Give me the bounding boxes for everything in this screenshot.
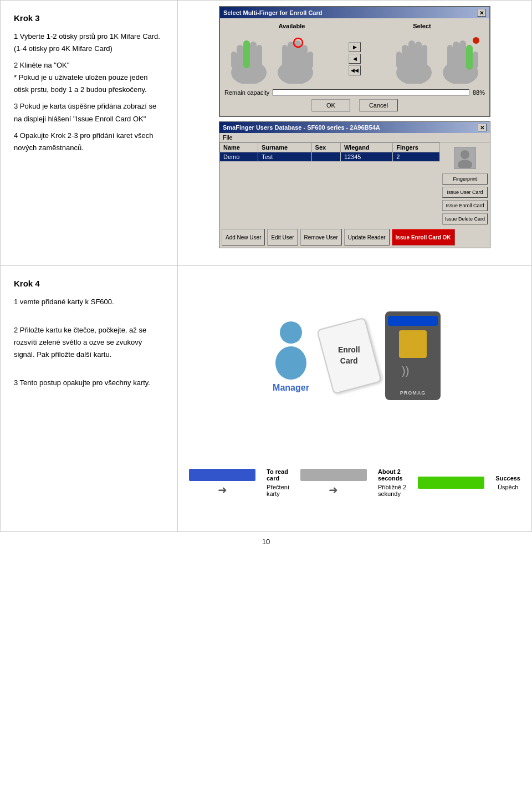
krok4-section: Krok 4 1 vemte přidané karty k SF600. 2 …	[0, 266, 532, 532]
sf600-label: PROMAG	[400, 390, 426, 396]
edit-user-button[interactable]: Edit User	[267, 229, 298, 245]
remain-bar	[273, 89, 469, 96]
issue-enroll-card-button[interactable]: Issue Enroll Card	[442, 200, 488, 211]
arrow-icon-1: ➜	[218, 483, 227, 497]
sf600-sensor	[399, 330, 427, 358]
db-sidebar: Fingerprint Issue User Card Issue Enroll…	[440, 142, 490, 227]
krok3-step2: 2 Kliněte na "OK" * Pokud je u uživatele…	[14, 59, 164, 96]
dialog-ok-button[interactable]: OK	[311, 99, 350, 111]
fingerprint-button[interactable]: Fingerprint	[442, 173, 488, 185]
enroll-card-text: Enroll Card	[338, 345, 360, 366]
svg-point-30	[280, 321, 302, 344]
status-label-en-read: To read card	[267, 468, 289, 482]
row-name: Demo	[220, 152, 258, 162]
svg-rect-22	[459, 40, 466, 68]
arrow-double-left-button[interactable]: ◀◀	[349, 65, 361, 75]
svg-rect-11	[282, 45, 288, 68]
manager-svg	[269, 319, 313, 380]
svg-point-29	[458, 160, 472, 168]
svg-rect-23	[453, 42, 459, 68]
krok4-left-panel: Krok 4 1 vemte přidané karty k SF600. 2 …	[1, 266, 178, 531]
sf600-waves: ))	[399, 362, 427, 382]
select-hands	[392, 34, 483, 84]
sf600-blue-strip	[388, 316, 438, 326]
enroll-card: Enroll Card	[316, 317, 382, 394]
db-title: SmaFinger Users Database - SF600 series …	[223, 124, 380, 131]
manager-label: Manager	[273, 383, 309, 393]
issue-user-card-button[interactable]: Issue User Card	[442, 187, 488, 198]
col-sex: Sex	[311, 143, 340, 152]
db-menu-file[interactable]: File	[223, 134, 233, 141]
svg-rect-19	[396, 52, 402, 68]
sf600-device: )) PROMAG	[385, 311, 441, 400]
dialog-cancel-button[interactable]: Cancel	[359, 99, 398, 111]
db-table: Name Surname Sex Wiegand Fingers Demo	[219, 142, 440, 162]
issue-delete-card-button[interactable]: Issue Delete Card	[442, 213, 488, 224]
arrow-buttons: ▶ ◀ ◀◀	[349, 42, 361, 75]
select-label: Select	[413, 23, 431, 29]
arrow-right-button[interactable]: ▶	[349, 42, 361, 52]
row-sex	[311, 152, 340, 162]
row-surname: Test	[258, 152, 312, 162]
status-block-success	[418, 477, 484, 489]
remove-user-button[interactable]: Remove User	[300, 229, 342, 245]
svg-rect-12	[308, 52, 313, 68]
issue-enroll-card-ok-button[interactable]: Issue Enroll Card OK	[392, 229, 455, 245]
status-rect-green	[418, 477, 484, 489]
dialog-body: Available Select	[220, 18, 489, 116]
status-label-cz-read: Přečtení karty	[267, 484, 289, 497]
right-hand-available	[273, 34, 318, 84]
svg-point-28	[461, 150, 469, 159]
status-label-cz-success: Úspěch	[498, 484, 518, 490]
dialog-buttons-row: OK Cancel	[224, 99, 485, 111]
enroll-line2: Card	[340, 356, 358, 365]
krok3-step4: 4 Opakujte Krok 2-3 pro přidání karet vš…	[14, 130, 164, 154]
enroll-line1: Enroll	[338, 345, 360, 354]
remain-row: Remain capacity 88%	[224, 89, 485, 96]
svg-rect-8	[301, 45, 308, 70]
status-rect-blue	[189, 469, 255, 481]
status-label-en-wait: About 2 seconds	[378, 468, 407, 482]
add-new-user-button[interactable]: Add New User	[222, 229, 265, 245]
db-main-area: Name Surname Sex Wiegand Fingers Demo	[219, 142, 440, 227]
krok4-step2: 2 Přiložte kartu ke čtečce, počkejte, až…	[14, 324, 164, 361]
dialog-titlebar: Select Multi-Finger for Enroll Card ✕	[220, 7, 489, 18]
table-row[interactable]: Demo Test 12345 2	[220, 152, 440, 162]
db-footer: Add New User Edit User Remove User Updat…	[219, 227, 490, 248]
krok3-left-panel: Krok 3 1 Vyberte 1-2 otisky prstů pro 1K…	[1, 1, 178, 265]
status-rect-gray	[300, 469, 367, 481]
krok4-right-panel: Manager Enroll Card ))	[178, 266, 531, 531]
row-wiegand: 12345	[340, 152, 392, 162]
svg-rect-18	[422, 45, 427, 68]
arrow-left-button[interactable]: ◀	[349, 54, 361, 64]
db-titlebar: SmaFinger Users Database - SF600 series …	[219, 122, 490, 133]
svg-rect-4	[257, 45, 262, 68]
svg-rect-6	[243, 40, 250, 68]
status-label-en-success: Success	[495, 475, 520, 482]
status-block-wait: ➜	[300, 469, 367, 497]
krok3-step1: 1 Vyberte 1-2 otisky prstů pro 1K Mifare…	[14, 30, 164, 55]
db-menu: File	[219, 133, 490, 142]
page: Krok 3 1 Vyberte 1-2 otisky prstů pro 1K…	[0, 0, 532, 788]
svg-rect-15	[402, 45, 408, 70]
status-label-cz-wait: Přibližně 2 sekundy	[378, 484, 407, 497]
col-surname: Surname	[258, 143, 312, 152]
svg-rect-16	[408, 40, 415, 68]
dialog-close-button[interactable]: ✕	[477, 9, 486, 17]
manager-figure: Manager	[269, 319, 313, 393]
db-content: Name Surname Sex Wiegand Fingers Demo	[219, 142, 490, 227]
svg-rect-25	[473, 52, 478, 68]
left-hand-select	[392, 34, 436, 84]
svg-rect-1	[237, 45, 243, 70]
available-label: Available	[278, 23, 305, 29]
col-wiegand: Wiegand	[340, 143, 392, 152]
status-labels-read: To read card Přečtení karty	[267, 468, 289, 497]
svg-rect-26	[466, 45, 473, 70]
remain-pct: 88%	[473, 89, 485, 96]
status-bar: ➜ To read card Přečtení karty ➜ About 2 …	[189, 468, 520, 497]
update-reader-button[interactable]: Update Reader	[344, 229, 390, 245]
dialog-title: Select Multi-Finger for Enroll Card	[223, 9, 322, 16]
page-number: 10	[0, 532, 532, 551]
svg-rect-17	[415, 42, 422, 68]
db-close-button[interactable]: ✕	[478, 124, 487, 131]
